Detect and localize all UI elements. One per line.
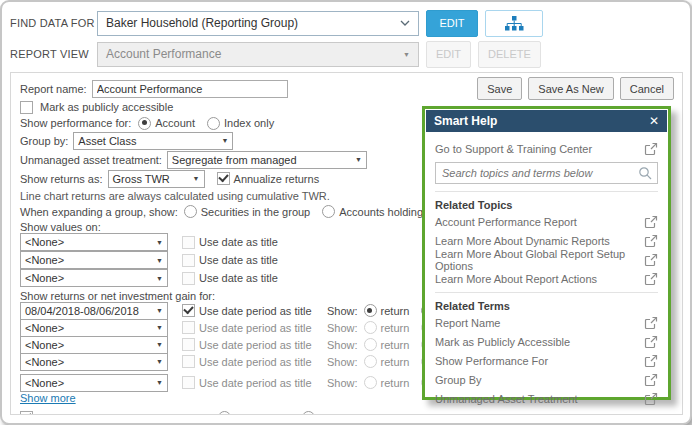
show-returns-as-select[interactable]: Gross TWR ▼ (108, 170, 205, 188)
report-name-label: Report name: (20, 83, 87, 95)
chevron-down-icon: ▼ (193, 175, 200, 182)
performance-account-radio[interactable] (138, 117, 151, 130)
related-term-item[interactable]: Mark as Publicly Accessible (435, 332, 658, 351)
related-topic-label: Learn More About Global Report Setup Opt… (435, 248, 638, 272)
save-button[interactable]: Save (477, 77, 522, 100)
performance-index-radio[interactable] (207, 117, 220, 130)
org-chart-icon (503, 16, 525, 31)
help-search-input[interactable] (435, 162, 658, 184)
external-link-icon[interactable] (644, 142, 658, 156)
related-term-item[interactable]: Show Performance For (435, 351, 658, 370)
chevron-down-icon: ▼ (156, 239, 163, 246)
show-values-select-1[interactable]: <None> ▼ (20, 233, 168, 251)
unmanaged-label: Unmanaged asset treatment: (20, 154, 162, 166)
use-date-title-checkbox-3[interactable] (182, 272, 195, 285)
group-by-select[interactable]: Asset Class ▼ (73, 132, 233, 150)
return-label-5: return (381, 377, 410, 389)
unmanaged-select[interactable]: Segregate from managed ▼ (167, 151, 367, 169)
use-period-title-checkbox-5[interactable] (182, 376, 195, 389)
external-link-icon[interactable] (644, 215, 658, 229)
period-select-2[interactable]: <None> ▼ (20, 319, 168, 337)
related-term-item[interactable]: Group By (435, 370, 658, 389)
hierarchy-button[interactable] (485, 10, 543, 37)
chevron-down-icon (400, 20, 410, 26)
period-select-4[interactable]: <None> ▼ (20, 353, 168, 371)
related-topic-label: Account Performance Report (435, 216, 577, 228)
period-select-1[interactable]: 08/04/2018-08/06/2018 ▼ (20, 302, 168, 320)
performance-index-label: Index only (224, 117, 274, 129)
return-radio-3 (364, 338, 377, 351)
external-link-icon[interactable] (644, 354, 658, 368)
report-view-edit-button: EDIT (426, 41, 471, 68)
support-center-link[interactable]: Go to Support & Training Center (435, 138, 658, 159)
external-link-icon[interactable] (644, 272, 658, 286)
related-term-item[interactable]: Report Name (435, 313, 658, 332)
find-data-select[interactable]: Baker Household (Reporting Group) (97, 11, 419, 36)
external-link-icon[interactable] (644, 316, 658, 330)
external-link-icon[interactable] (644, 335, 658, 349)
show-values-value-2: <None> (25, 254, 64, 266)
unmanaged-value: Segregate from managed (172, 154, 297, 166)
use-date-title-label-1: Use date as title (199, 236, 278, 248)
divider (435, 292, 658, 293)
related-topic-item[interactable]: Learn More About Global Report Setup Opt… (435, 250, 658, 269)
related-term-item[interactable]: Unmanaged Asset Treatment (435, 389, 658, 408)
related-term-label: Unmanaged Asset Treatment (435, 393, 577, 405)
external-link-icon[interactable] (644, 373, 658, 387)
related-topic-item[interactable]: Learn More About Report Actions (435, 269, 658, 288)
external-link-icon[interactable] (644, 234, 658, 248)
period-select-3[interactable]: <None> ▼ (20, 336, 168, 354)
show-returns-as-label: Show returns as: (20, 173, 103, 185)
cancel-button[interactable]: Cancel (620, 77, 674, 100)
annualize-checkbox[interactable] (217, 172, 230, 185)
show-label-2: Show: (327, 322, 358, 334)
use-period-title-checkbox-2[interactable] (182, 321, 195, 334)
use-period-title-checkbox-4[interactable] (182, 355, 195, 368)
show-label-5: Show: (327, 377, 358, 389)
save-as-new-button[interactable]: Save As New (528, 77, 613, 100)
close-icon[interactable]: ✕ (649, 114, 659, 128)
external-link-icon[interactable] (644, 253, 658, 267)
group-by-value: Asset Class (78, 135, 136, 147)
smart-help-body: Go to Support & Training Center Related … (426, 132, 667, 408)
smart-help-title: Smart Help (434, 114, 497, 128)
period-value-1: 08/04/2018-08/06/2018 (25, 305, 139, 317)
report-view-select: Account Performance ▼ (97, 42, 419, 67)
show-values-select-3[interactable]: <None> ▼ (20, 269, 168, 287)
expand-securities-radio[interactable] (184, 205, 197, 218)
use-date-title-checkbox-2[interactable] (182, 254, 195, 267)
period-value-3: <None> (25, 339, 64, 351)
show-line-chart-checkbox[interactable] (20, 411, 33, 415)
expand-accounts-radio[interactable] (322, 205, 335, 218)
return-label-1: return (381, 305, 410, 317)
report-name-input[interactable] (92, 80, 288, 98)
percentage-label: percentage (235, 412, 290, 416)
use-period-title-label-4: Use date period as title (199, 356, 327, 368)
use-period-title-label-1: Use date period as title (199, 305, 327, 317)
form-actions: Save Save As New Cancel (477, 77, 674, 100)
related-topic-item[interactable]: Account Performance Report (435, 212, 658, 231)
return-radio-1[interactable] (364, 304, 377, 317)
period-value-2: <None> (25, 322, 64, 334)
percentage-radio[interactable] (218, 411, 231, 415)
chevron-down-icon: ▼ (156, 307, 163, 314)
return-radio-2 (364, 321, 377, 334)
use-date-title-checkbox-1[interactable] (182, 236, 195, 249)
show-values-select-2[interactable]: <None> ▼ (20, 251, 168, 269)
related-terms-header: Related Terms (435, 298, 658, 313)
mark-public-checkbox[interactable] (20, 101, 33, 114)
dollar-radio[interactable] (302, 411, 315, 415)
use-period-title-checkbox-1[interactable] (182, 304, 195, 317)
related-term-label: Report Name (435, 317, 500, 329)
period-select-5[interactable]: <None> ▼ (20, 374, 168, 392)
chevron-down-icon: ▼ (156, 324, 163, 331)
search-icon (638, 166, 652, 180)
chevron-down-icon: ▼ (156, 358, 163, 365)
external-link-icon[interactable] (644, 392, 658, 406)
report-name-row: Report name: Save Save As New Cancel (20, 78, 674, 99)
divider (435, 191, 658, 192)
edit-button[interactable]: EDIT (426, 10, 478, 37)
use-period-title-checkbox-3[interactable] (182, 338, 195, 351)
performance-account-label: Account (155, 117, 195, 129)
show-more-link[interactable]: Show more (20, 392, 76, 404)
